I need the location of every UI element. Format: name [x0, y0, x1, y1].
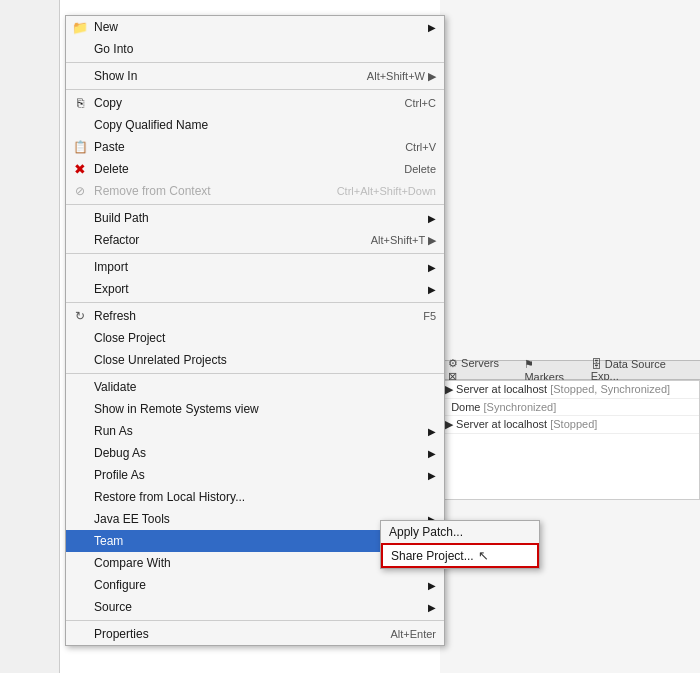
- team-submenu: Apply Patch... Share Project... ↖: [380, 520, 540, 569]
- empty-icon-15: [70, 489, 90, 505]
- paste-icon: 📋: [70, 139, 90, 155]
- ide-left-panel: [0, 0, 60, 673]
- separator-4: [66, 253, 444, 254]
- menu-item-debug-as[interactable]: Debug As ▶: [66, 442, 444, 464]
- empty-icon-13: [70, 445, 90, 461]
- empty-icon-12: [70, 423, 90, 439]
- server-row-1: ▶ Server at localhost [Stopped, Synchron…: [441, 381, 699, 399]
- menu-item-paste[interactable]: 📋 Paste Ctrl+V: [66, 136, 444, 158]
- separator-3: [66, 204, 444, 205]
- menu-item-copy[interactable]: ⎘ Copy Ctrl+C: [66, 92, 444, 114]
- remove-icon: ⊘: [70, 183, 90, 199]
- menu-item-configure[interactable]: Configure ▶: [66, 574, 444, 596]
- menu-item-show-remote[interactable]: Show in Remote Systems view: [66, 398, 444, 420]
- server-row-2: Dome [Synchronized]: [441, 399, 699, 416]
- arrow-icon-5: ▶: [408, 426, 436, 437]
- empty-icon-8: [70, 330, 90, 346]
- separator-7: [66, 620, 444, 621]
- menu-item-copy-qualified[interactable]: Copy Qualified Name: [66, 114, 444, 136]
- menu-item-close-project[interactable]: Close Project: [66, 327, 444, 349]
- empty-icon-16: [70, 511, 90, 527]
- separator-1: [66, 62, 444, 63]
- new-icon: 📁: [70, 19, 90, 35]
- menu-item-export[interactable]: Export ▶: [66, 278, 444, 300]
- menu-item-delete[interactable]: ✖ Delete Delete: [66, 158, 444, 180]
- copy-icon: ⎘: [70, 95, 90, 111]
- empty-icon-6: [70, 259, 90, 275]
- separator-2: [66, 89, 444, 90]
- menu-item-import[interactable]: Import ▶: [66, 256, 444, 278]
- empty-icon-19: [70, 577, 90, 593]
- empty-icon-2: [70, 68, 90, 84]
- arrow-icon-3: ▶: [408, 262, 436, 273]
- menu-item-show-in[interactable]: Show In Alt+Shift+W ▶: [66, 65, 444, 87]
- submenu-item-apply-patch[interactable]: Apply Patch...: [381, 521, 539, 543]
- arrow-icon-6: ▶: [408, 448, 436, 459]
- empty-icon-4: [70, 210, 90, 226]
- empty-icon: [70, 41, 90, 57]
- empty-icon-20: [70, 599, 90, 615]
- arrow-icon-11: ▶: [408, 580, 436, 591]
- menu-item-build-path[interactable]: Build Path ▶: [66, 207, 444, 229]
- menu-item-profile-as[interactable]: Profile As ▶: [66, 464, 444, 486]
- menu-item-refactor[interactable]: Refactor Alt+Shift+T ▶: [66, 229, 444, 251]
- menu-item-refresh[interactable]: ↻ Refresh F5: [66, 305, 444, 327]
- cursor-icon: ↖: [478, 548, 489, 563]
- empty-icon-11: [70, 401, 90, 417]
- empty-icon-10: [70, 379, 90, 395]
- empty-icon-9: [70, 352, 90, 368]
- empty-icon-7: [70, 281, 90, 297]
- empty-icon-17: [70, 533, 90, 549]
- separator-5: [66, 302, 444, 303]
- menu-item-restore-history[interactable]: Restore from Local History...: [66, 486, 444, 508]
- menu-item-run-as[interactable]: Run As ▶: [66, 420, 444, 442]
- empty-icon-21: [70, 626, 90, 642]
- arrow-icon: ▶: [408, 22, 436, 33]
- arrow-icon-4: ▶: [408, 284, 436, 295]
- empty-icon-18: [70, 555, 90, 571]
- separator-6: [66, 373, 444, 374]
- empty-icon-14: [70, 467, 90, 483]
- empty-icon-5: [70, 232, 90, 248]
- refresh-icon: ↻: [70, 308, 90, 324]
- delete-icon: ✖: [70, 161, 90, 177]
- arrow-icon-2: ▶: [408, 213, 436, 224]
- menu-item-properties[interactable]: Properties Alt+Enter: [66, 623, 444, 645]
- servers-content: ▶ Server at localhost [Stopped, Synchron…: [440, 380, 700, 500]
- menu-item-new[interactable]: 📁 New ▶: [66, 16, 444, 38]
- menu-item-validate[interactable]: Validate: [66, 376, 444, 398]
- empty-icon-3: [70, 117, 90, 133]
- menu-item-remove-context[interactable]: ⊘ Remove from Context Ctrl+Alt+Shift+Dow…: [66, 180, 444, 202]
- menu-item-source[interactable]: Source ▶: [66, 596, 444, 618]
- ide-right-panel: [440, 0, 700, 673]
- arrow-icon-12: ▶: [408, 602, 436, 613]
- arrow-icon-7: ▶: [408, 470, 436, 481]
- server-row-3: ▶ Server at localhost [Stopped]: [441, 416, 699, 434]
- menu-item-close-unrelated[interactable]: Close Unrelated Projects: [66, 349, 444, 371]
- servers-tabs-bar: ⚙ Servers ⊠ ⚑ Markers 🗄 Data Source Exp.…: [440, 360, 700, 380]
- menu-item-go-into[interactable]: Go Into: [66, 38, 444, 60]
- submenu-item-share-project[interactable]: Share Project... ↖: [381, 543, 539, 568]
